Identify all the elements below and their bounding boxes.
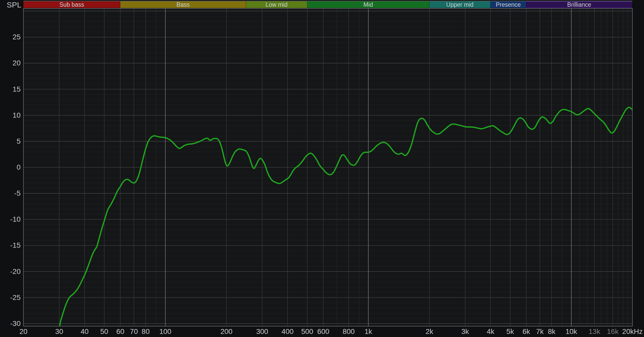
- y-tick-label--30: -30: [0, 320, 21, 327]
- x-tick-label-800: 800: [343, 327, 355, 336]
- x-tick-label-500: 500: [301, 327, 313, 336]
- x-tick-label-300: 300: [256, 327, 268, 336]
- y-tick-label--10: -10: [0, 215, 21, 223]
- x-tick-label-80: 80: [142, 327, 150, 336]
- x-tick-label-600: 600: [317, 327, 329, 336]
- y-tick-label-0: 0: [0, 163, 21, 171]
- y-tick-label-5: 5: [0, 137, 21, 145]
- x-tick-label-5k: 5k: [506, 327, 514, 336]
- x-tick-label-6k: 6k: [522, 327, 530, 336]
- x-tick-label-4k: 4k: [487, 327, 494, 336]
- x-tick-label-10k: 10k: [565, 327, 577, 336]
- x-tick-label-400: 400: [282, 327, 294, 336]
- y-tick-label-10: 10: [0, 111, 21, 119]
- x-tick-label-100: 100: [159, 327, 171, 336]
- x-tick-label-8k: 8k: [548, 327, 556, 336]
- y-tick-label-25: 25: [0, 33, 21, 41]
- y-tick-label--15: -15: [0, 241, 21, 249]
- x-tick-label-16k: 16k: [607, 327, 618, 336]
- spectrum-analyzer-window: SPL Sub bassBassLow midMidUpper midPrese…: [0, 0, 644, 337]
- y-tick-label--25: -25: [0, 294, 21, 301]
- y-tick-label-15: 15: [0, 85, 21, 93]
- frequency-response-chart: [0, 0, 644, 337]
- x-tick-label-60: 60: [116, 327, 124, 336]
- x-tick-label-20: 20: [19, 327, 27, 336]
- x-tick-label-1k: 1k: [365, 327, 372, 336]
- y-tick-label-20: 20: [0, 59, 21, 67]
- y-tick-label--20: -20: [0, 268, 21, 275]
- x-tick-label-3k: 3k: [461, 327, 469, 336]
- x-tick-label-13k: 13k: [589, 327, 600, 336]
- x-tick-label-40: 40: [81, 327, 89, 336]
- x-tick-label-2k: 2k: [426, 327, 433, 336]
- x-tick-label-20khz: 20kHz: [622, 327, 642, 336]
- x-tick-label-30: 30: [55, 327, 63, 336]
- x-tick-label-70: 70: [130, 327, 138, 336]
- x-tick-label-7k: 7k: [536, 327, 544, 336]
- x-tick-label-200: 200: [221, 327, 233, 336]
- y-tick-label--5: -5: [0, 189, 21, 197]
- x-tick-label-50: 50: [100, 327, 108, 336]
